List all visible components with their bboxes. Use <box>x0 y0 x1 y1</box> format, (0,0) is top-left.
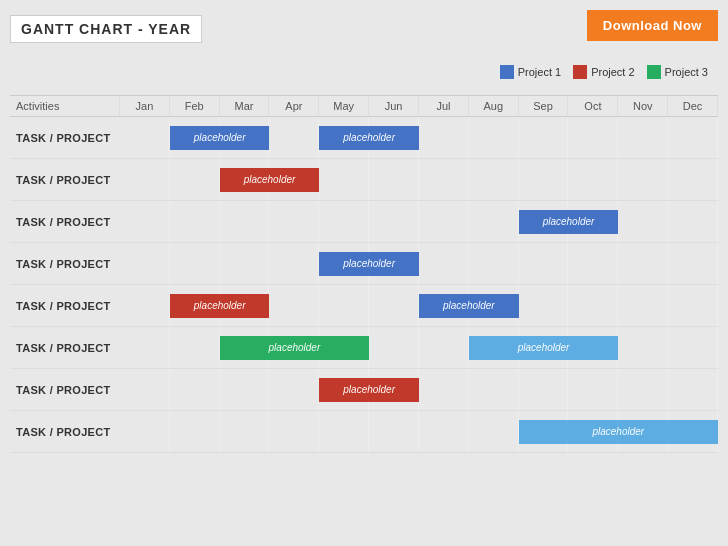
header-month-jun: Jun <box>369 96 419 116</box>
bar-6-0: placeholder <box>319 378 419 402</box>
legend-color-project3 <box>647 65 661 79</box>
row-label-1: TASK / PROJECT <box>10 174 120 186</box>
table-row: TASK / PROJECTplaceholder <box>10 369 718 411</box>
grid-cell-5-0 <box>120 327 170 368</box>
grid-cell-2-4 <box>319 201 369 242</box>
header-activities: Activities <box>10 96 120 116</box>
header-month-mar: Mar <box>220 96 270 116</box>
grid-cell-4-3 <box>269 285 319 326</box>
grid-cell-7-3 <box>269 411 319 452</box>
bar-4-0: placeholder <box>170 294 270 318</box>
header-month-jul: Jul <box>419 96 469 116</box>
bar-7-0: placeholder <box>519 420 718 444</box>
table-row: TASK / PROJECTplaceholderplaceholder <box>10 327 718 369</box>
grid-cell-1-8 <box>519 159 569 200</box>
grid-cell-2-1 <box>170 201 220 242</box>
row-grid-5: placeholderplaceholder <box>120 327 718 368</box>
grid-cell-7-1 <box>170 411 220 452</box>
chart-title: GANTT CHART - YEAR <box>10 15 202 43</box>
row-label-4: TASK / PROJECT <box>10 300 120 312</box>
grid-cell-6-8 <box>519 369 569 410</box>
grid-cell-1-0 <box>120 159 170 200</box>
grid-cell-5-6 <box>419 327 469 368</box>
grid-cell-1-6 <box>419 159 469 200</box>
grid-cell-6-3 <box>269 369 319 410</box>
legend-label-project2: Project 2 <box>591 66 634 78</box>
grid-cell-6-2 <box>220 369 270 410</box>
row-grid-3: placeholder <box>120 243 718 284</box>
grid-cell-7-2 <box>220 411 270 452</box>
grid-cell-3-10 <box>618 243 668 284</box>
grid-cell-0-10 <box>618 117 668 158</box>
header-month-may: May <box>319 96 369 116</box>
grid-cell-5-10 <box>618 327 668 368</box>
gantt-rows: TASK / PROJECTplaceholderplaceholderTASK… <box>10 117 718 453</box>
bar-1-0: placeholder <box>220 168 320 192</box>
grid-cell-5-1 <box>170 327 220 368</box>
row-label-3: TASK / PROJECT <box>10 258 120 270</box>
grid-cell-3-3 <box>269 243 319 284</box>
grid-cell-4-0 <box>120 285 170 326</box>
grid-cell-6-0 <box>120 369 170 410</box>
grid-cell-6-1 <box>170 369 220 410</box>
grid-cell-2-11 <box>668 201 718 242</box>
bar-3-0: placeholder <box>319 252 419 276</box>
grid-cell-3-8 <box>519 243 569 284</box>
grid-cell-1-1 <box>170 159 220 200</box>
grid-cell-0-8 <box>519 117 569 158</box>
row-label-7: TASK / PROJECT <box>10 426 120 438</box>
header-month-nov: Nov <box>618 96 668 116</box>
grid-cell-3-1 <box>170 243 220 284</box>
bar-0-1: placeholder <box>319 126 419 150</box>
grid-cell-1-4 <box>319 159 369 200</box>
grid-cell-3-0 <box>120 243 170 284</box>
grid-cell-7-5 <box>369 411 419 452</box>
row-label-5: TASK / PROJECT <box>10 342 120 354</box>
grid-cell-7-6 <box>419 411 469 452</box>
header-month-jan: Jan <box>120 96 170 116</box>
grid-cell-4-5 <box>369 285 419 326</box>
row-label-0: TASK / PROJECT <box>10 132 120 144</box>
grid-cell-4-8 <box>519 285 569 326</box>
grid-cell-2-5 <box>369 201 419 242</box>
table-row: TASK / PROJECTplaceholder <box>10 159 718 201</box>
header-month-sep: Sep <box>519 96 569 116</box>
download-button[interactable]: Download Now <box>587 10 718 41</box>
grid-cell-6-7 <box>469 369 519 410</box>
header-month-dec: Dec <box>668 96 718 116</box>
legend-color-project1 <box>500 65 514 79</box>
grid-cell-1-10 <box>618 159 668 200</box>
grid-cell-1-5 <box>369 159 419 200</box>
row-grid-4: placeholderplaceholder <box>120 285 718 326</box>
grid-cell-4-10 <box>618 285 668 326</box>
gantt-table: ActivitiesJanFebMarAprMayJunJulAugSepOct… <box>10 95 718 536</box>
table-row: TASK / PROJECTplaceholder <box>10 411 718 453</box>
grid-cell-7-0 <box>120 411 170 452</box>
bar-5-1: placeholder <box>469 336 619 360</box>
row-grid-6: placeholder <box>120 369 718 410</box>
grid-cell-3-6 <box>419 243 469 284</box>
grid-cell-2-3 <box>269 201 319 242</box>
grid-cell-0-11 <box>668 117 718 158</box>
grid-cell-4-4 <box>319 285 369 326</box>
grid-cell-1-7 <box>469 159 519 200</box>
grid-cell-0-6 <box>419 117 469 158</box>
grid-cell-4-11 <box>668 285 718 326</box>
table-row: TASK / PROJECTplaceholder <box>10 243 718 285</box>
bar-4-1: placeholder <box>419 294 519 318</box>
legend-label-project3: Project 3 <box>665 66 708 78</box>
grid-cell-3-11 <box>668 243 718 284</box>
grid-cell-4-9 <box>568 285 618 326</box>
grid-cell-2-6 <box>419 201 469 242</box>
grid-cell-2-2 <box>220 201 270 242</box>
grid-cell-1-11 <box>668 159 718 200</box>
row-label-2: TASK / PROJECT <box>10 216 120 228</box>
grid-cell-5-5 <box>369 327 419 368</box>
grid-cell-1-9 <box>568 159 618 200</box>
grid-cell-7-4 <box>319 411 369 452</box>
header-month-oct: Oct <box>568 96 618 116</box>
grid-cell-0-0 <box>120 117 170 158</box>
grid-cell-0-9 <box>568 117 618 158</box>
grid-cell-6-11 <box>668 369 718 410</box>
grid-cell-3-7 <box>469 243 519 284</box>
